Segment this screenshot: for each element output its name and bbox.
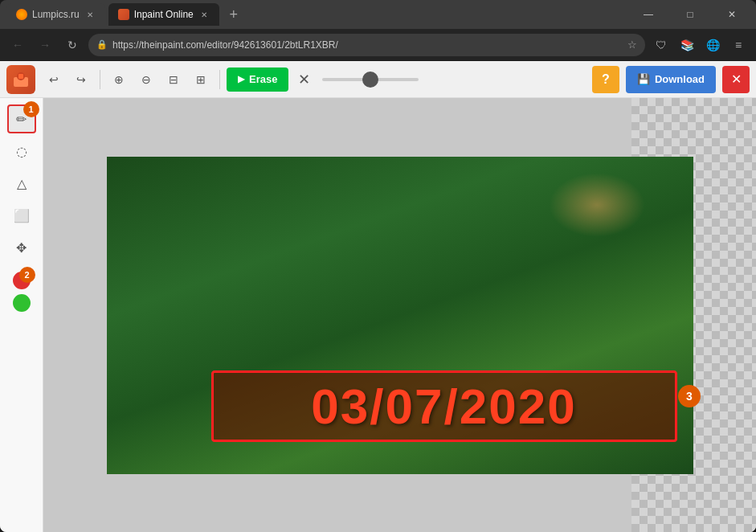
green-color-button[interactable]: [13, 294, 31, 312]
date-text: 03/07/2020: [311, 378, 576, 435]
left-sidebar: ✏ 1 ◌ △ ⬜ ✥ 2: [0, 98, 43, 532]
nav-right-icons: 🛡 📚 🌐 ≡: [650, 34, 750, 56]
back-button[interactable]: ←: [6, 34, 29, 56]
download-icon: 💾: [637, 73, 650, 85]
app-toolbar: ↩ ↪ ⊕ ⊖ ⊟ ⊞ ▶ Erase ✕ ? 💾 Download: [0, 61, 756, 98]
address-text: https://theinpaint.com/editor/942613601/…: [112, 39, 623, 51]
nav-bar: ← → ↻ 🔒 https://theinpaint.com/editor/94…: [0, 29, 756, 61]
erase-button[interactable]: ▶ Erase: [227, 68, 288, 92]
date-stamp-selection: 03/07/2020: [211, 370, 677, 442]
tab-lumpics[interactable]: Lumpics.ru ✕: [6, 3, 105, 26]
zoom-in-button[interactable]: ⊕: [107, 68, 131, 92]
eraser-icon: ⬜: [14, 208, 30, 223]
tab-inpaint-label: Inpaint Online: [134, 9, 194, 20]
title-bar: Lumpics.ru ✕ Inpaint Online ✕ + — □ ✕: [0, 0, 756, 29]
bookmark-icon[interactable]: ☆: [627, 39, 637, 51]
help-button[interactable]: ?: [592, 66, 619, 93]
redo-button[interactable]: ↪: [69, 68, 93, 92]
content-area: ✏ 1 ◌ △ ⬜ ✥ 2: [0, 98, 756, 532]
download-button[interactable]: 💾 Download: [626, 66, 716, 93]
tab-lumpics-label: Lumpics.ru: [32, 9, 80, 20]
svg-rect-2: [18, 74, 23, 79]
cancel-button[interactable]: ✕: [292, 68, 316, 92]
lasso-icon: ◌: [16, 144, 27, 159]
cancel-icon: ✕: [298, 71, 310, 88]
lumpics-favicon: [16, 9, 27, 20]
badge-3: 3: [678, 385, 701, 407]
canvas-area[interactable]: 03/07/2020 3: [43, 98, 756, 532]
lasso-tool-button[interactable]: ◌: [7, 137, 36, 166]
tab-inpaint[interactable]: Inpaint Online ✕: [108, 3, 219, 26]
maximize-button[interactable]: □: [672, 3, 708, 26]
help-icon: ?: [602, 72, 610, 87]
zoom-out-button[interactable]: ⊖: [134, 68, 158, 92]
brush-slider-thumb[interactable]: [362, 72, 378, 88]
close-app-button[interactable]: ✕: [722, 66, 750, 93]
eraser-tool-button[interactable]: ⬜: [7, 201, 36, 230]
move-tool-button[interactable]: ✥: [7, 233, 36, 262]
minimize-button[interactable]: —: [631, 3, 666, 26]
inpaint-favicon: [118, 9, 129, 20]
fit-button[interactable]: ⊟: [161, 68, 186, 92]
refresh-button[interactable]: ↻: [61, 34, 84, 56]
menu-icon[interactable]: ≡: [727, 34, 750, 56]
move-icon: ✥: [16, 240, 27, 256]
badge-1: 1: [23, 101, 39, 117]
toolbar-right: ? 💾 Download ✕: [592, 66, 750, 93]
polygon-tool-button[interactable]: △: [7, 169, 36, 198]
pencil-tool-button[interactable]: ✏ 1: [7, 104, 36, 133]
app-logo: [6, 65, 35, 94]
brush-size-container: [322, 78, 419, 81]
erase-play-icon: ▶: [238, 74, 244, 84]
window-controls: — □ ✕: [631, 3, 750, 26]
new-tab-button[interactable]: +: [223, 3, 245, 26]
tab-lumpics-close[interactable]: ✕: [84, 9, 96, 20]
browser-window: Lumpics.ru ✕ Inpaint Online ✕ + — □ ✕ ← …: [0, 0, 756, 532]
bookmarks-icon[interactable]: 📚: [676, 34, 698, 56]
badge-2: 2: [19, 267, 35, 283]
canvas-highlight: [549, 173, 645, 237]
erase-label: Erase: [249, 73, 277, 85]
download-label: Download: [655, 73, 705, 85]
brush-size-slider[interactable]: [322, 78, 419, 81]
image-canvas: 03/07/2020: [107, 157, 693, 474]
tab-inpaint-close[interactable]: ✕: [198, 9, 210, 20]
polygon-icon: △: [17, 176, 27, 191]
actual-size-button[interactable]: ⊞: [189, 68, 213, 92]
undo-button[interactable]: ↩: [42, 68, 66, 92]
security-lock-icon: 🔒: [96, 39, 108, 50]
globe-icon[interactable]: 🌐: [701, 34, 724, 56]
window-close-button[interactable]: ✕: [714, 3, 750, 26]
forward-button[interactable]: →: [34, 34, 56, 56]
separator-2: [219, 70, 220, 89]
shield-icon[interactable]: 🛡: [650, 34, 672, 56]
close-app-icon: ✕: [731, 72, 742, 87]
address-bar[interactable]: 🔒 https://theinpaint.com/editor/94261360…: [88, 34, 645, 56]
separator-1: [100, 70, 100, 89]
